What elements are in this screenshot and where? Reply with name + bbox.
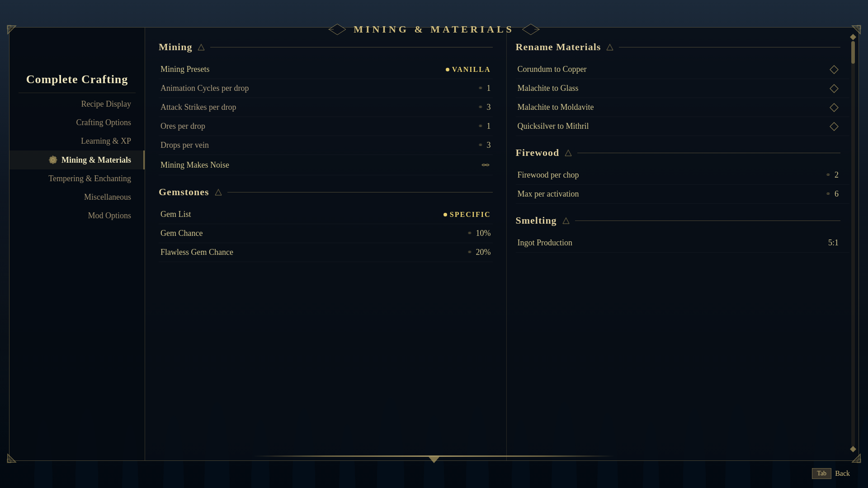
setting-attack-strikes[interactable]: Attack Strikes per drop ⚭ 3: [159, 98, 493, 117]
mining-section-icon: [197, 42, 206, 52]
content-area: Mining Mining Presets VANILLA: [145, 28, 859, 460]
mining-section-line: [210, 47, 492, 47]
right-panel: Rename Materials Corundum to Copper: [507, 28, 859, 460]
corner-decoration-tl: [7, 25, 25, 43]
corner-decoration-tr: [843, 25, 861, 43]
title-left-ornament: [328, 20, 346, 38]
mining-presets-value[interactable]: VANILLA: [446, 66, 491, 74]
gem-chance-percent: 10%: [476, 229, 491, 238]
sidebar-item-mod-options[interactable]: Mod Options: [9, 206, 145, 225]
ingot-production-ratio: 5:1: [828, 238, 839, 248]
link-icon-6: ⚭: [467, 249, 472, 256]
flawless-gem-chance-percent: 20%: [476, 248, 491, 257]
sidebar-item-recipe-display[interactable]: Recipe Display: [9, 95, 145, 113]
max-per-activation-value[interactable]: ⚭ 6: [826, 189, 839, 199]
firewood-section-header: Firewood: [516, 147, 850, 159]
mining-section-title: Mining: [159, 41, 192, 53]
svg-marker-11: [830, 84, 838, 93]
gap-1: [159, 175, 493, 186]
svg-marker-13: [830, 122, 838, 131]
rename-section-icon: [605, 42, 614, 52]
firewood-section-icon: [564, 148, 573, 157]
setting-max-per-activation[interactable]: Max per activation ⚭ 6: [516, 185, 850, 204]
diamond-icon-1: [830, 65, 839, 74]
flawless-gem-chance-value[interactable]: ⚭ 20%: [467, 248, 491, 257]
setting-flawless-gem-chance[interactable]: Flawless Gem Chance ⚭ 20%: [159, 243, 493, 262]
link-icon-3: ⚭: [478, 122, 483, 130]
back-label[interactable]: Back: [835, 469, 850, 478]
gem-list-label: Gem List: [160, 210, 191, 219]
firewood-per-chop-label: Firewood per chop: [518, 170, 579, 180]
gem-chance-value[interactable]: ⚭ 10%: [467, 229, 491, 238]
mining-presets-tag: VANILLA: [446, 66, 491, 74]
setting-ores-per-drop[interactable]: Ores per drop ⚭ 1: [159, 117, 493, 136]
sidebar-item-learning-xp[interactable]: Learning & XP: [9, 132, 145, 150]
setting-malachite-moldavite[interactable]: Malachite to Moldavite: [516, 98, 850, 117]
setting-drops-per-vein[interactable]: Drops per vein ⚭ 3: [159, 136, 493, 155]
svg-marker-10: [830, 66, 838, 74]
setting-ingot-production[interactable]: Ingot Production 5:1: [516, 234, 850, 253]
active-indicator: [143, 150, 145, 169]
gem-list-value[interactable]: SPECIFIC: [443, 211, 491, 219]
title-right-ornament: [522, 20, 540, 38]
animation-cycles-value[interactable]: ⚭ 1: [478, 84, 491, 93]
sidebar-item-miscellaneous[interactable]: Miscellaneous: [9, 188, 145, 206]
max-per-activation-label: Max per activation: [518, 189, 579, 199]
rename-section-title: Rename Materials: [516, 41, 601, 53]
scrollbar-thumb[interactable]: [851, 41, 855, 64]
ingot-production-value[interactable]: 5:1: [828, 238, 839, 248]
smelting-section-title: Smelting: [516, 215, 557, 226]
tab-key[interactable]: Tab: [812, 468, 831, 479]
sidebar-divider-1: [19, 93, 136, 93]
setting-animation-cycles[interactable]: Animation Cycles per drop ⚭ 1: [159, 79, 493, 98]
rename-section-line: [619, 47, 840, 47]
corundum-copper-value[interactable]: [830, 65, 839, 74]
malachite-moldavite-label: Malachite to Moldavite: [518, 103, 594, 112]
firewood-section-line: [577, 153, 840, 153]
setting-corundum-copper[interactable]: Corundum to Copper: [516, 60, 850, 79]
firewood-per-chop-value[interactable]: ⚭ 2: [826, 170, 839, 180]
firewood-section-title: Firewood: [516, 147, 560, 159]
flawless-gem-chance-label: Flawless Gem Chance: [160, 248, 233, 257]
mining-presets-label: Mining Presets: [160, 65, 210, 74]
quicksilver-mithril-value[interactable]: [830, 122, 839, 131]
setting-mining-presets[interactable]: Mining Presets VANILLA: [159, 60, 493, 79]
page-title: MINING & MATERIALS: [354, 23, 514, 35]
mining-section-header: Mining: [159, 41, 493, 53]
setting-gem-list[interactable]: Gem List SPECIFIC: [159, 205, 493, 224]
setting-malachite-glass[interactable]: Malachite to Glass: [516, 79, 850, 98]
malachite-moldavite-value[interactable]: [830, 103, 839, 112]
scrollbar-track[interactable]: [851, 41, 855, 447]
sidebar: Complete Crafting Recipe Display Craftin…: [9, 28, 145, 460]
gap-3: [516, 204, 850, 215]
malachite-glass-value[interactable]: [830, 84, 839, 93]
animation-cycles-label: Animation Cycles per drop: [160, 84, 249, 93]
title-bar: MINING & MATERIALS: [328, 20, 540, 38]
setting-mining-noise[interactable]: Mining Makes Noise: [159, 155, 493, 175]
sidebar-item-mining-materials[interactable]: Mining & Materials: [9, 150, 145, 169]
gem-list-tag: SPECIFIC: [443, 211, 491, 219]
setting-firewood-per-chop[interactable]: Firewood per chop ⚭ 2: [516, 166, 850, 185]
gap-2: [516, 136, 850, 147]
attack-strikes-label: Attack Strikes per drop: [160, 103, 236, 112]
attack-strikes-value[interactable]: ⚭ 3: [478, 103, 491, 112]
malachite-glass-label: Malachite to Glass: [518, 84, 579, 93]
setting-gem-chance[interactable]: Gem Chance ⚭ 10%: [159, 224, 493, 243]
drops-per-vein-value[interactable]: ⚭ 3: [478, 141, 491, 150]
smelting-section-header: Smelting: [516, 215, 850, 226]
setting-quicksilver-mithril[interactable]: Quicksilver to Mithril: [516, 117, 850, 136]
corundum-copper-label: Corundum to Copper: [518, 65, 587, 74]
corner-decoration-br: [843, 445, 861, 463]
svg-marker-12: [830, 103, 838, 112]
sidebar-item-crafting-options[interactable]: Crafting Options: [9, 113, 145, 132]
cross-link-icon: [480, 160, 491, 170]
tag-bullet-2: [443, 213, 447, 216]
link-icon-8: ⚭: [826, 190, 831, 198]
gemstones-section-icon: [214, 188, 223, 197]
drops-per-vein-label: Drops per vein: [160, 141, 209, 150]
mining-noise-value[interactable]: [480, 160, 491, 170]
sidebar-item-tempering-enchanting[interactable]: Tempering & Enchanting: [9, 169, 145, 188]
gemstones-section-header: Gemstones: [159, 186, 493, 198]
gemstones-section-line: [227, 192, 493, 192]
ores-per-drop-value[interactable]: ⚭ 1: [478, 122, 491, 131]
